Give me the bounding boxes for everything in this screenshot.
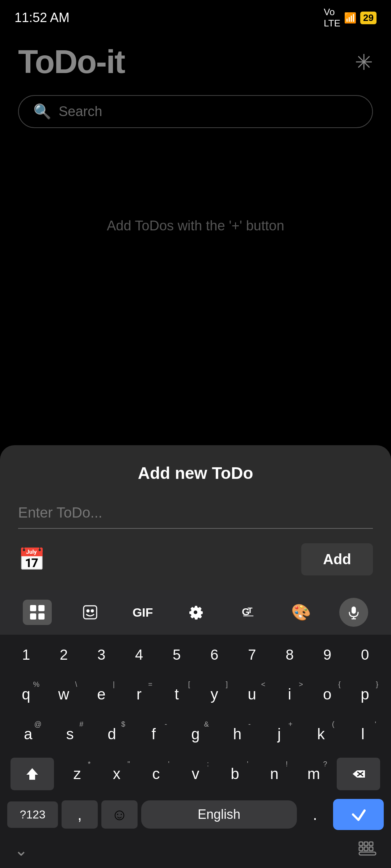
key-j[interactable]: j+ xyxy=(263,718,295,750)
svg-text:T: T xyxy=(248,606,253,615)
svg-point-7 xyxy=(194,610,197,614)
key-1[interactable]: 1 xyxy=(10,638,42,671)
key-o[interactable]: o{ xyxy=(311,678,344,711)
svg-marker-14 xyxy=(26,768,38,780)
svg-point-6 xyxy=(91,610,93,612)
a-row: a@ s# d$ f- g& h- j+ k( l' xyxy=(0,714,391,754)
q-row: q% w\ e| r= t[ y] u< i> o{ p} xyxy=(0,675,391,714)
key-v[interactable]: v: xyxy=(179,758,212,790)
key-8[interactable]: 8 xyxy=(273,638,306,671)
key-s[interactable]: s# xyxy=(54,718,86,750)
status-icons: VoLTE 📶 29 xyxy=(324,7,377,29)
key-w[interactable]: w\ xyxy=(47,678,80,711)
space-key[interactable]: English xyxy=(141,800,297,829)
svg-rect-17 xyxy=(359,842,363,846)
empty-state-message: Add ToDos with the '+' button xyxy=(107,218,284,234)
search-bar[interactable]: 🔍 Search xyxy=(18,95,373,128)
empty-state: Add ToDos with the '+' button xyxy=(0,135,391,316)
key-6[interactable]: 6 xyxy=(198,638,231,671)
battery-indicator: 29 xyxy=(360,12,377,24)
key-5[interactable]: 5 xyxy=(160,638,193,671)
key-7[interactable]: 7 xyxy=(236,638,268,671)
keyboard-theme-button[interactable]: 🎨 xyxy=(286,600,315,625)
todo-input[interactable] xyxy=(18,501,373,529)
key-0[interactable]: 0 xyxy=(349,638,381,671)
svg-rect-18 xyxy=(364,842,368,846)
svg-rect-21 xyxy=(364,847,368,851)
key-l[interactable]: l' xyxy=(346,718,379,750)
key-f[interactable]: f- xyxy=(137,718,170,750)
add-todo-section: Add new ToDo 📅 Add xyxy=(0,445,391,590)
key-x[interactable]: x" xyxy=(100,758,133,790)
key-g[interactable]: g& xyxy=(179,718,212,750)
search-container: 🔍 Search xyxy=(0,88,391,135)
number-row: 1 2 3 4 5 6 7 8 9 0 xyxy=(0,635,391,675)
signal-bars: 📶 xyxy=(344,12,357,24)
key-9[interactable]: 9 xyxy=(311,638,344,671)
keyboard-toolbar: GIF G T 🎨 xyxy=(0,590,391,635)
calendar-icon[interactable]: 📅 xyxy=(18,546,45,572)
key-m[interactable]: m? xyxy=(298,758,330,790)
svg-rect-23 xyxy=(359,852,376,855)
key-e[interactable]: e| xyxy=(85,678,118,711)
key-k[interactable]: k( xyxy=(305,718,337,750)
enter-key[interactable] xyxy=(333,799,384,830)
z-row: z* x" c' v: b' n! m? xyxy=(0,754,391,794)
app-title: ToDo-it xyxy=(18,43,125,81)
key-d[interactable]: d$ xyxy=(96,718,128,750)
time: 11:52 AM xyxy=(14,10,70,25)
num-sym-key[interactable]: ?123 xyxy=(7,801,58,828)
key-c[interactable]: c' xyxy=(140,758,172,790)
status-bar: 11:52 AM VoLTE 📶 29 xyxy=(0,0,391,33)
key-t[interactable]: t[ xyxy=(160,678,193,711)
key-4[interactable]: 4 xyxy=(123,638,155,671)
svg-point-5 xyxy=(87,610,89,612)
shift-key[interactable] xyxy=(10,758,54,790)
svg-rect-11 xyxy=(352,607,356,614)
key-h[interactable]: h- xyxy=(221,718,254,750)
svg-rect-22 xyxy=(369,847,373,851)
period-key[interactable]: . xyxy=(300,800,329,829)
keyboard-nav-row: ⌄ xyxy=(0,837,391,868)
keyboard-apps-button[interactable] xyxy=(23,600,52,625)
keyboard: GIF G T 🎨 xyxy=(0,590,391,868)
svg-rect-19 xyxy=(369,842,373,846)
todo-actions: 📅 Add xyxy=(18,543,373,575)
svg-rect-4 xyxy=(84,606,97,619)
svg-rect-3 xyxy=(38,613,45,620)
key-q[interactable]: q% xyxy=(10,678,42,711)
keyboard-layout-icon[interactable] xyxy=(358,841,377,859)
app-header: ToDo-it ✳ xyxy=(0,33,391,88)
key-a[interactable]: a@ xyxy=(12,718,45,750)
network-indicator: VoLTE xyxy=(324,7,340,29)
bottom-sheet: Add new ToDo 📅 Add xyxy=(0,445,391,868)
comma-key[interactable]: , xyxy=(62,800,98,829)
key-r[interactable]: r= xyxy=(123,678,155,711)
keyboard-mic-button[interactable] xyxy=(339,598,368,627)
key-3[interactable]: 3 xyxy=(85,638,118,671)
search-placeholder: Search xyxy=(59,104,102,119)
theme-toggle-icon[interactable]: ✳ xyxy=(355,50,373,75)
key-2[interactable]: 2 xyxy=(47,638,80,671)
keyboard-gif-button[interactable]: GIF xyxy=(128,600,157,625)
svg-rect-0 xyxy=(30,605,36,611)
keyboard-settings-button[interactable] xyxy=(181,600,210,625)
key-u[interactable]: u< xyxy=(236,678,268,711)
key-z[interactable]: z* xyxy=(61,758,93,790)
key-b[interactable]: b' xyxy=(219,758,251,790)
search-icon: 🔍 xyxy=(33,103,51,120)
svg-rect-2 xyxy=(30,613,36,620)
keyboard-translate-button[interactable]: G T xyxy=(234,600,263,625)
svg-rect-1 xyxy=(38,605,45,611)
key-i[interactable]: i> xyxy=(273,678,306,711)
key-p[interactable]: p} xyxy=(349,678,381,711)
keyboard-bottom-row: ?123 , ☺ English . xyxy=(0,794,391,837)
keyboard-sticker-button[interactable] xyxy=(76,600,105,625)
keyboard-collapse-icon[interactable]: ⌄ xyxy=(14,841,28,859)
add-todo-button[interactable]: Add xyxy=(301,543,373,575)
backspace-key[interactable] xyxy=(337,758,380,790)
emoji-key[interactable]: ☺ xyxy=(101,800,138,829)
key-y[interactable]: y] xyxy=(198,678,231,711)
add-todo-title: Add new ToDo xyxy=(18,463,373,483)
key-n[interactable]: n! xyxy=(258,758,291,790)
